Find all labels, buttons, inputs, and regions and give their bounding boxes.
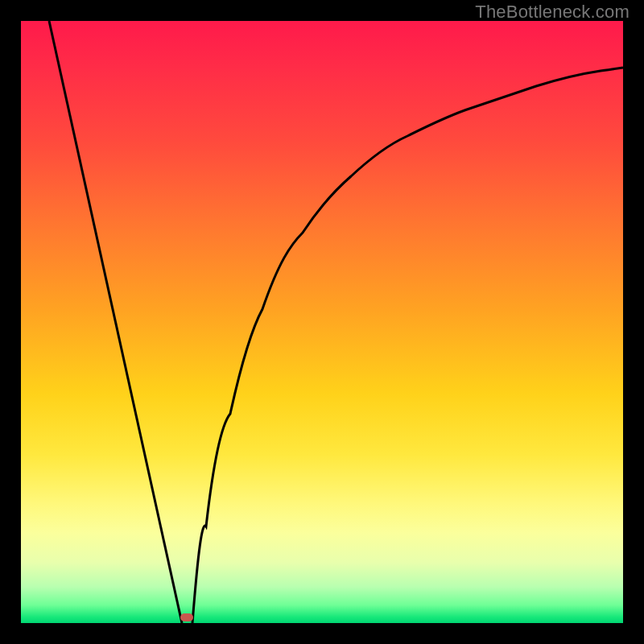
right-curve <box>192 68 623 623</box>
bottom-marker <box>180 613 193 621</box>
chart-frame: TheBottleneck.com <box>0 0 644 644</box>
plot-area <box>21 21 623 623</box>
watermark-text: TheBottleneck.com <box>475 2 630 23</box>
curve-svg <box>21 21 623 623</box>
left-slope <box>49 21 182 623</box>
